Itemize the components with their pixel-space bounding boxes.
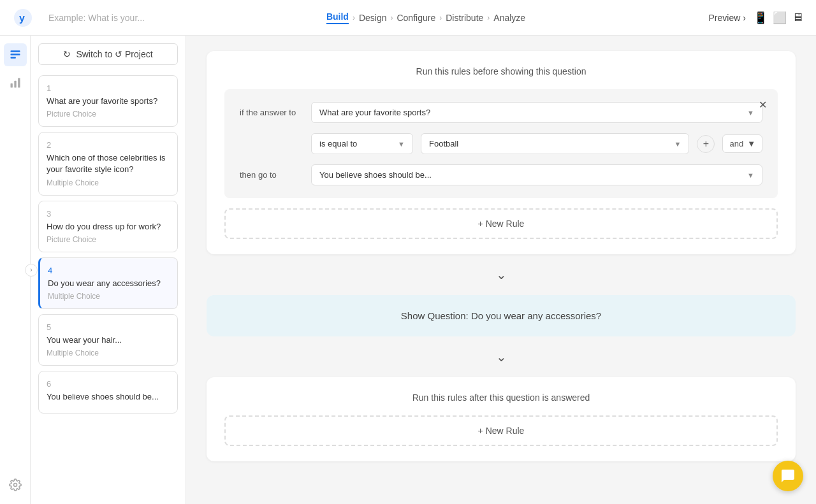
sidebar-icon-questions[interactable] [4,43,27,66]
tablet-icon[interactable]: ⬜ [773,11,787,25]
operator-select[interactable]: is equal to ▼ [311,133,413,154]
question-title-6: You believe shoes should be... [47,391,170,403]
logo: y [13,8,33,28]
and-label: and [729,139,743,148]
step-chevron-3: › [439,13,442,22]
top-nav: y Example: What is your... Build › Desig… [0,0,816,36]
question-select-arrow: ▼ [747,109,754,117]
question-type-5: Multiple Choice [47,349,170,357]
svg-rect-6 [14,81,16,88]
nav-step-analyze[interactable]: Analyze [493,13,525,23]
answer-select[interactable]: Football ▼ [421,133,689,154]
question-type-1: Picture Choice [47,110,170,119]
svg-rect-2 [10,50,20,52]
question-num-1: 1 [47,83,170,93]
goto-select-arrow: ▼ [747,171,754,179]
question-type-4: Multiple Choice [48,292,170,301]
svg-rect-5 [10,83,12,88]
mobile-icon[interactable]: 📱 [754,11,768,25]
nav-step-distribute[interactable]: Distribute [446,13,483,23]
question-select-value: What are your favorite sports? [319,108,430,117]
show-question-block: Show Question: Do you wear any accessori… [207,295,796,336]
question-select[interactable]: What are your favorite sports? ▼ [311,102,762,123]
question-type-3: Picture Choice [47,235,170,244]
goto-select[interactable]: You believe shoes should be... ▼ [311,164,762,185]
rules-after-panel: Run this rules after this question is an… [207,377,796,461]
preview-button[interactable]: Preview › [709,13,746,23]
close-rule-button[interactable]: ✕ [755,97,770,112]
switch-project-button[interactable]: ↻ Switch to ↺ Project [38,43,178,65]
svg-text:y: y [19,13,25,24]
add-condition-button[interactable]: + [697,135,715,153]
answer-select-arrow: ▼ [674,140,681,148]
question-num-4: 4 [48,266,170,275]
nav-step-build[interactable]: Build [326,11,349,24]
goto-row: then go to You believe shoes should be..… [240,164,762,185]
step-chevron-1: › [353,13,355,22]
rules-before-panel: Run this rules before showing this quest… [207,51,796,254]
operator-select-value: is equal to [319,139,357,148]
new-rule-after-button[interactable]: + New Rule [224,415,778,446]
question-num-3: 3 [47,209,170,219]
chevron-before: ⌄ [207,264,796,285]
switch-icon: ↻ [63,49,71,59]
goto-select-value: You believe shoes should be... [319,170,432,180]
question-title-3: How do you dress up for work? [47,221,170,233]
show-question-label: Show Question: Do you wear any accessori… [401,310,601,321]
condition-row-2: if the answer to is equal to ▼ Football … [240,133,762,154]
svg-point-8 [13,484,17,487]
nav-steps: Build › Design › Configure › Distribute … [237,11,615,24]
question-num-5: 5 [47,322,170,332]
svg-rect-3 [10,54,20,55]
question-num-2: 2 [47,140,170,150]
svg-rect-4 [10,57,15,59]
and-dropdown[interactable]: and ▼ [722,134,762,153]
desktop-icon[interactable]: 🖥 [792,11,803,25]
nav-step-design[interactable]: Design [359,13,387,23]
question-title-4: Do you wear any accessories? [48,278,170,289]
switch-project-label: Switch to ↺ Project [76,49,152,59]
operator-select-arrow: ▼ [398,140,405,148]
then-label: then go to [240,170,303,180]
question-title-2: Which one of those celebrities is your f… [47,152,170,175]
if-label: if the answer to [240,108,303,117]
new-rule-before-button[interactable]: + New Rule [224,208,778,239]
preview-chevron-icon: › [743,13,746,23]
condition-row-1: if the answer to What are your favorite … [240,102,762,123]
rules-after-title: Run this rules after this question is an… [224,392,778,403]
question-num-6: 6 [47,379,170,389]
step-chevron-4: › [487,13,490,22]
rule-condition-block: ✕ if the answer to What are your favorit… [224,89,778,198]
question-card-4[interactable]: 4 Do you wear any accessories? Multiple … [38,257,178,309]
question-card-6[interactable]: 6 You believe shoes should be... [38,371,178,414]
device-icons: 📱 ⬜ 🖥 [754,11,803,25]
svg-rect-7 [18,78,20,88]
icon-sidebar: › [0,36,31,504]
chat-button[interactable] [773,461,803,491]
nav-placeholder: Example: What is your... [48,13,237,23]
answer-select-value: Football [429,139,458,148]
nav-right: Preview › 📱 ⬜ 🖥 [615,11,803,25]
chevron-down-icon-1: ⌄ [496,267,507,282]
question-card-2[interactable]: 2 Which one of those celebrities is your… [38,132,178,195]
chevron-after: ⌄ [207,347,796,367]
questions-sidebar: ↻ Switch to ↺ Project 1 What are your fa… [31,36,186,504]
question-card-5[interactable]: 5 You wear your hair... Multiple Choice [38,314,178,366]
question-card-1[interactable]: 1 What are your favorite sports? Picture… [38,75,178,127]
step-chevron-2: › [390,13,393,22]
icon-sidebar-bottom [4,473,27,496]
question-card-3[interactable]: 3 How do you dress up for work? Picture … [38,201,178,252]
question-type-2: Multiple Choice [47,178,170,187]
sidebar-icon-settings[interactable] [4,473,27,496]
chevron-down-icon-2: ⌄ [496,349,507,364]
main-content: Run this rules before showing this quest… [186,36,816,504]
rules-before-title: Run this rules before showing this quest… [224,66,778,76]
main-layout: › ↻ Switch to ↺ Project 1 What are your … [0,36,816,504]
sidebar-expand-button[interactable]: › [25,264,38,277]
nav-step-configure[interactable]: Configure [397,13,435,23]
question-title-5: You wear your hair... [47,335,170,346]
sidebar-icon-results[interactable] [4,71,27,94]
question-title-1: What are your favorite sports? [47,96,170,107]
and-arrow: ▼ [747,139,755,148]
